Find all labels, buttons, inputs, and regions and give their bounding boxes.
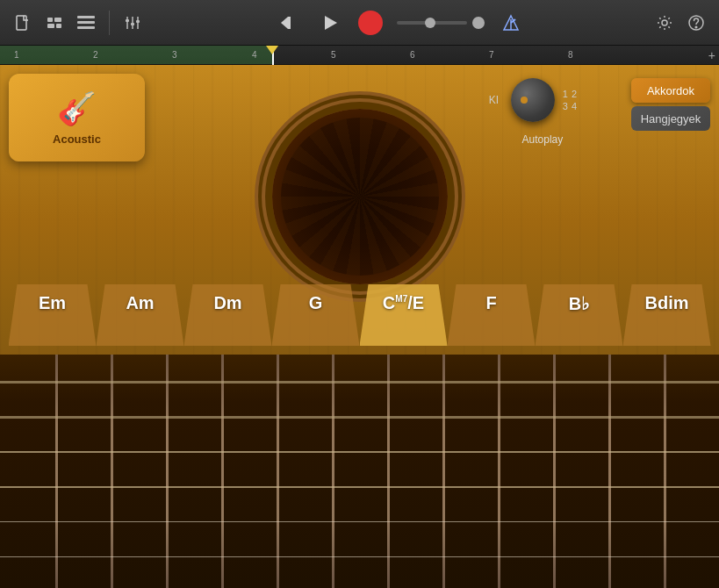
chord-g[interactable]: G [272,284,360,346]
fret-1 [55,355,58,588]
volume-icon [472,17,485,29]
svg-rect-3 [47,24,54,28]
soundhole [272,109,448,284]
autoplay-num-2: 2 [572,89,579,99]
volume-thumb[interactable] [425,18,435,28]
svg-rect-4 [56,24,61,28]
svg-rect-1 [47,18,53,22]
ruler-bar-2: 2 [91,46,98,64]
list-view-icon[interactable] [74,11,98,35]
fret-12 [664,355,666,588]
volume-slider[interactable] [397,21,467,25]
chord-bb[interactable]: B♭ [536,284,623,346]
fret-5 [277,355,279,588]
help-icon[interactable] [684,11,708,35]
autoplay-label: Autoplay [522,133,564,146]
ruler-bar-5: 5 [329,46,336,64]
ruler-bar-3: 3 [170,46,177,64]
ruler-bar-6: 6 [408,46,415,64]
svg-point-22 [695,26,697,28]
chord-f[interactable]: F [448,284,536,346]
autoplay-num-4: 4 [572,101,579,111]
akkordok-button[interactable]: Akkordok [631,78,710,103]
play-button[interactable] [316,9,344,37]
autoplay-num-3: 3 [563,101,570,111]
svg-marker-16 [325,16,337,30]
ruler-bar-4: 4 [250,46,257,64]
add-track-button[interactable]: + [708,48,715,62]
string-4 [0,486,719,488]
toolbar-sep-1 [109,11,110,35]
rewind-button[interactable] [274,9,302,37]
svg-rect-6 [77,21,95,24]
instrument-name: Acoustic [53,133,101,146]
instrument-tile[interactable]: 🎸 Acoustic [9,74,145,161]
playhead-marker [266,46,278,54]
chord-em[interactable]: Em [9,284,97,346]
string-3 [0,451,719,453]
ruler-bar-7: 7 [487,46,494,64]
transport-controls [152,9,645,37]
string-1 [0,381,719,384]
ruler-bar-1: 1 [12,46,19,64]
chord-cm7e[interactable]: CM7/E [360,284,448,346]
svg-rect-2 [54,18,61,22]
timeline-ruler[interactable]: 1 2 3 4 5 6 7 8 + [0,46,719,65]
chord-dm[interactable]: Dm [184,284,272,346]
fret-9 [498,355,500,588]
toolbar [0,0,719,46]
settings-icon[interactable] [652,11,677,35]
svg-rect-0 [17,16,26,30]
string-6 [0,556,719,557]
svg-point-20 [662,20,667,25]
svg-marker-14 [281,17,288,29]
fret-2 [111,355,113,588]
toolbar-right [652,11,708,35]
autoplay-knob[interactable] [511,78,555,122]
guitar-icon: 🎸 [57,90,97,127]
string-2 [0,416,719,419]
svg-rect-11 [126,19,129,22]
chord-area: Em Am Dm G CM7/E F B♭ Bdim [0,284,719,355]
guitar-main-area: 🎸 Acoustic KI 1 2 3 4 Autoplay Akkordok … [0,65,719,588]
metronome-icon[interactable] [499,11,523,35]
fret-4 [221,355,224,588]
svg-rect-13 [136,20,140,23]
fret-7 [387,355,390,588]
fret-3 [166,355,169,588]
autoplay-section: KI 1 2 3 4 Autoplay [507,74,579,146]
fret-10 [553,355,556,588]
chord-am[interactable]: Am [97,284,184,346]
autoplay-num-1: 1 [563,89,570,99]
fret-6 [332,355,334,588]
ruler-fill [0,46,272,64]
svg-rect-15 [288,17,291,29]
fret-8 [442,355,445,588]
track-view-icon[interactable] [42,11,67,35]
fret-11 [608,355,611,588]
ruler-bar-8: 8 [566,46,573,64]
soundhole-area [228,109,492,284]
svg-rect-7 [77,26,95,29]
mixer-icon[interactable] [120,11,145,35]
chord-bdim[interactable]: Bdim [623,284,711,346]
record-button[interactable] [358,11,383,35]
autoplay-dial[interactable] [507,74,559,126]
hangjegyek-button[interactable]: Hangjegyek [631,106,710,131]
mode-buttons: Akkordok Hangjegyek [631,78,710,131]
fretboard[interactable] [0,355,719,588]
svg-rect-5 [77,16,95,18]
svg-rect-12 [131,23,134,25]
autoplay-ki-label: KI [489,94,499,106]
new-document-icon[interactable] [11,11,35,35]
string-5 [0,521,719,522]
